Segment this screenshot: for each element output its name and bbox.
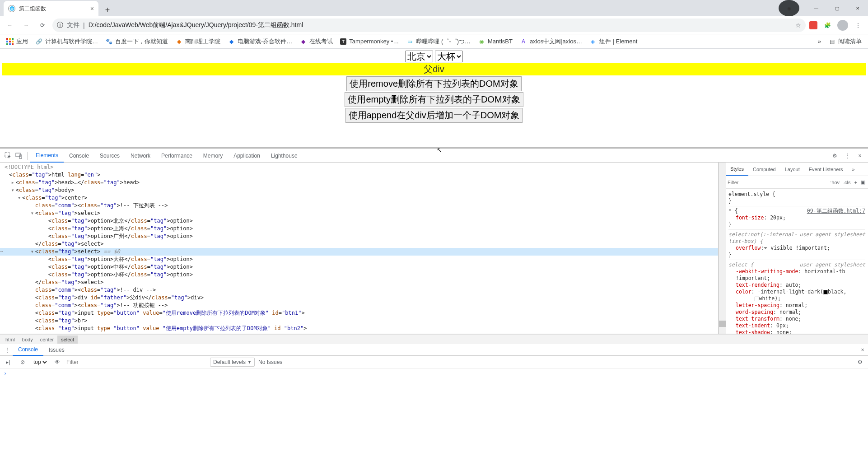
- bookmark-item[interactable]: ◆在线考试: [297, 36, 336, 47]
- console-toolbar: ▸| ⊘ top 👁 Default levels ▼ No Issues ⚙: [0, 356, 868, 368]
- cls-toggle[interactable]: .cls: [843, 180, 851, 185]
- extension-icon[interactable]: [809, 21, 817, 29]
- crumb[interactable]: center: [37, 336, 58, 344]
- url-text: D:/code/JavaWeb/Web前端/Ajax&JQuery/JQuery…: [89, 21, 303, 29]
- styles-tab-listeners[interactable]: Event Listeners: [804, 163, 848, 175]
- reload-button[interactable]: ⟳: [36, 19, 49, 32]
- styles-tab-layout[interactable]: Layout: [780, 163, 804, 175]
- styles-tab-more-icon[interactable]: »: [848, 163, 859, 175]
- elements-breadcrumb: html body center select: [0, 334, 868, 344]
- cursor-icon: ↖: [437, 146, 442, 154]
- back-button[interactable]: ←: [4, 19, 16, 32]
- no-issues-label: No Issues: [258, 359, 282, 365]
- devtools-tab-memory[interactable]: Memory: [198, 149, 228, 162]
- styles-rules[interactable]: element.style { } 09-第二组函数.html:7 * { fo…: [726, 189, 868, 334]
- forward-button[interactable]: →: [20, 19, 33, 32]
- drawer-tab-console[interactable]: Console: [13, 344, 43, 356]
- maximize-button[interactable]: ▢: [826, 0, 847, 16]
- close-window-button[interactable]: ✕: [847, 0, 868, 16]
- drawer-menu-icon[interactable]: ⋮: [2, 345, 13, 355]
- size-select[interactable]: 大杯中杯小杯: [435, 51, 463, 62]
- color-swatch-icon[interactable]: [823, 290, 828, 294]
- devtools-tab-performance[interactable]: Performance: [156, 149, 198, 162]
- devtools-tab-lighthouse[interactable]: Lighthouse: [266, 149, 303, 162]
- devtools-close-icon[interactable]: ×: [854, 150, 865, 161]
- bilibili-icon: ▭: [406, 38, 413, 45]
- clear-console-icon[interactable]: ⊘: [17, 357, 28, 368]
- expand-icon[interactable]: [764, 247, 767, 249]
- inspect-element-icon[interactable]: [3, 150, 14, 161]
- styles-filter-bar: :hov .cls + ▣: [726, 176, 868, 189]
- site-icon: ◆: [299, 38, 307, 45]
- styles-tab-styles[interactable]: Styles: [726, 163, 748, 176]
- devtools-tab-console[interactable]: Console: [64, 149, 94, 162]
- apps-grid-icon: [6, 38, 14, 45]
- styles-filter-input[interactable]: [728, 180, 826, 185]
- devtools-tab-sources[interactable]: Sources: [94, 149, 125, 162]
- chrome-menu-icon[interactable]: ⋮: [852, 19, 864, 32]
- devtools-menu-icon[interactable]: ⋮: [842, 150, 853, 161]
- styles-panel: Styles Computed Layout Event Listeners »…: [726, 163, 868, 334]
- profile-avatar-icon[interactable]: [837, 20, 848, 31]
- address-bar[interactable]: ⓘ 文件 | D:/code/JavaWeb/Web前端/Ajax&JQuery…: [52, 19, 806, 32]
- live-expression-icon[interactable]: 👁: [52, 357, 63, 368]
- devtools-settings-icon[interactable]: ⚙: [829, 150, 840, 161]
- father-div: 父div: [2, 63, 866, 75]
- bookmark-item[interactable]: Aaxios中文网|axios…: [517, 36, 585, 47]
- tab-title: 第二组函数: [19, 5, 46, 13]
- context-select[interactable]: top: [32, 359, 48, 366]
- bookmark-item[interactable]: ◆南阳理工学院: [173, 36, 223, 47]
- link-icon: 🔗: [35, 38, 42, 45]
- crumb[interactable]: html: [2, 336, 19, 344]
- bookmark-item[interactable]: ◆电脑游戏-乔合软件…: [225, 36, 295, 47]
- bookmark-item[interactable]: 🐾百度一下，你就知道: [103, 36, 171, 47]
- console-sidebar-icon[interactable]: ▸|: [3, 357, 14, 368]
- bookmarks-bar: 应用 🔗计算机与软件学院… 🐾百度一下，你就知道 ◆南阳理工学院 ◆电脑游戏-乔…: [0, 34, 868, 49]
- elements-scrollbar[interactable]: [719, 163, 726, 334]
- elements-tree[interactable]: <!DOCTYPE html><class="tag">html lang="e…: [0, 163, 719, 334]
- crumb[interactable]: body: [19, 336, 37, 344]
- styles-tab-computed[interactable]: Computed: [748, 163, 780, 175]
- bookmark-item[interactable]: ◉MantisBT: [475, 36, 515, 47]
- url-scheme-chip: 文件: [67, 21, 79, 29]
- drawer-tab-issues[interactable]: Issues: [43, 345, 70, 355]
- styles-tabbar: Styles Computed Layout Event Listeners »: [726, 163, 868, 176]
- btn-empty[interactable]: [345, 92, 523, 107]
- browser-tab[interactable]: 🌐 第二组函数 ×: [4, 1, 98, 16]
- source-link[interactable]: 09-第二组函数.html:7: [807, 208, 865, 214]
- btn-remove[interactable]: [346, 76, 521, 91]
- reading-list-button[interactable]: ▤阅读清单: [826, 36, 864, 47]
- minimize-button[interactable]: —: [806, 0, 826, 16]
- bookmark-item[interactable]: TTampermonkey •…: [337, 36, 401, 47]
- reading-list-icon: ▤: [828, 38, 835, 45]
- device-toggle-icon[interactable]: [14, 150, 24, 161]
- btn-append[interactable]: [345, 108, 523, 123]
- close-tab-icon[interactable]: ×: [90, 5, 94, 12]
- devtools-tab-elements[interactable]: Elements: [30, 149, 64, 163]
- devtools-tab-application[interactable]: Application: [228, 149, 266, 162]
- profile-icon[interactable]: ◉: [779, 0, 799, 16]
- globe-icon: 🌐: [8, 5, 15, 12]
- bookmark-item[interactable]: ◈组件 | Element: [587, 36, 640, 47]
- log-levels-select[interactable]: Default levels ▼: [210, 358, 255, 367]
- bookmark-star-icon[interactable]: ☆: [795, 22, 801, 29]
- drawer-close-icon[interactable]: ×: [857, 345, 868, 355]
- color-swatch-icon[interactable]: [755, 297, 759, 301]
- bookmark-item[interactable]: ▭哔哩哔哩 (゜-゜)つ…: [403, 36, 473, 47]
- computed-toggle-icon[interactable]: ▣: [861, 179, 865, 185]
- devtools-tab-network[interactable]: Network: [125, 149, 156, 162]
- apps-shortcut[interactable]: 应用: [4, 36, 31, 47]
- hov-toggle[interactable]: :hov: [830, 180, 840, 185]
- new-tab-button[interactable]: +: [101, 4, 114, 16]
- console-filter-input[interactable]: [66, 359, 206, 365]
- browser-toolbar: ← → ⟳ ⓘ 文件 | D:/code/JavaWeb/Web前端/Ajax&…: [0, 16, 868, 34]
- console-prompt[interactable]: ›: [0, 368, 868, 378]
- city-select[interactable]: 北京上海广州: [405, 51, 433, 62]
- bookmark-item[interactable]: 🔗计算机与软件学院…: [33, 36, 101, 47]
- new-rule-icon[interactable]: +: [854, 180, 857, 185]
- crumb[interactable]: select: [57, 336, 78, 344]
- console-settings-icon[interactable]: ⚙: [854, 357, 865, 368]
- extensions-puzzle-icon[interactable]: 🧩: [821, 19, 834, 32]
- bookmark-overflow-icon[interactable]: »: [815, 36, 824, 47]
- page-content: 北京上海广州 大杯中杯小杯 父div ↖: [0, 49, 868, 147]
